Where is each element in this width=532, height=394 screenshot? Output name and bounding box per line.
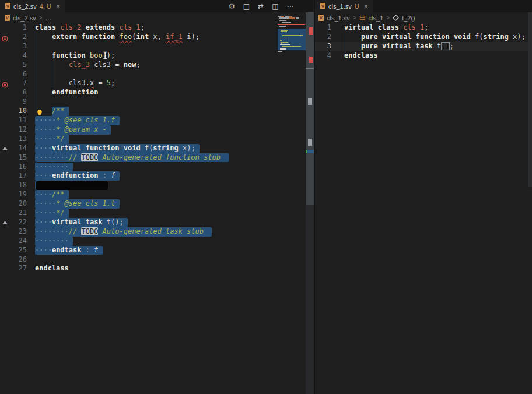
line-number[interactable]: 5 [10,61,27,70]
code-line[interactable]: pure virtual task t(); [344,42,454,51]
selection-mark [308,98,312,105]
tab-bar-right: V cls_1.sv U × [315,0,532,12]
symbol-method-icon [393,15,399,21]
code-line[interactable]: ·····* @see cls_1.f [35,116,115,125]
error-icon [2,34,8,40]
cursor-mark [306,68,314,69]
more-actions-icon[interactable]: ⋯ [287,2,294,10]
tab-git-badge: U [355,3,359,10]
code-line[interactable]: ·····* @see cls_1.t [35,199,115,209]
chevron-right-icon: > [39,15,43,21]
editor-group-sash[interactable] [314,0,315,394]
code-line[interactable]: ····virtual function void f(string x); [35,144,195,153]
line-number[interactable]: 15 [10,153,27,163]
line-number[interactable]: 13 [10,135,27,144]
line-number[interactable]: 3 [10,42,27,51]
line-number[interactable]: 25 [10,246,27,255]
scrollbar-slider[interactable] [306,12,314,205]
tab-cls-1-sv[interactable]: V cls_1.sv U × [315,0,373,12]
code-line[interactable]: endfunction [35,88,98,97]
line-number[interactable]: 11 [10,116,27,125]
line-number[interactable]: 21 [10,209,27,218]
stop-icon[interactable]: □ [243,2,250,10]
symbol-class-icon [359,15,366,21]
line-number[interactable]: 23 [10,227,27,237]
breadcrumb-method[interactable]: t_2() [402,15,415,22]
code-line[interactable]: pure virtual function void f(string x); [344,33,526,42]
settings-gear-icon[interactable]: ⚙ [229,2,235,10]
code-line[interactable]: ····virtual task t(); [35,218,124,227]
code-line[interactable]: ·····*/ [35,209,65,218]
code-line[interactable]: ····endfunction : f [35,171,115,181]
line-number[interactable]: 2 [10,33,27,42]
line-number[interactable]: 24 [10,237,27,246]
line-number[interactable]: 7 [10,79,27,88]
breadcrumb-symbol[interactable]: … [46,15,52,22]
code-line[interactable]: ········// TODO Auto-generated task stub [35,227,204,237]
code-line[interactable]: cls3.x = 5; [35,79,115,88]
scrollbar-slider-right[interactable] [528,12,532,187]
code-line[interactable]: class cls_2 extends cls_1; [35,23,145,33]
systemverilog-file-icon: V [320,3,326,9]
line-number[interactable]: 14 [10,144,27,153]
added-mark [306,150,307,153]
line-number[interactable]: 26 [10,255,27,265]
line-number[interactable]: 10 [10,107,27,116]
line-number[interactable]: 27 [10,264,27,273]
lightbulb-icon[interactable] [36,108,43,115]
code-line[interactable]: ·····* @param x - [35,125,107,135]
breadcrumb-class[interactable]: cls_1 [369,15,384,22]
breadcrumb-file[interactable]: cls_2.sv [13,15,36,22]
breadcrumb-file[interactable]: cls_1.sv [327,15,350,22]
tab-cls-2-sv[interactable]: V cls_2.sv 4, U × [0,0,65,12]
mouse-ibeam-cursor [103,51,108,59]
code-line[interactable]: cls_3 cls3 = new; [35,61,141,70]
tab-problems-git-badge: 4, U [40,3,51,10]
code-line[interactable]: extern function foo(int x, if_1 i); [35,33,200,42]
systemverilog-file-icon: V [5,3,10,9]
line-number[interactable]: 6 [10,70,27,79]
tab-label: cls_1.sv [328,3,352,10]
line-number[interactable]: 20 [10,199,27,209]
code-line[interactable]: ····/** [35,190,65,199]
code-line[interactable]: endclass [35,264,69,273]
breadcrumb-right: V cls_1.sv > cls_1 > t_2() [318,13,415,22]
code-line[interactable]: ········ [35,163,69,172]
line-number[interactable]: 1 [315,23,331,33]
code-line[interactable]: ····endtask : t [35,246,98,255]
line-number[interactable]: 17 [10,171,27,181]
close-icon[interactable]: × [56,2,60,10]
code-line[interactable]: virtual class cls_1; [344,23,429,33]
line-number[interactable]: 16 [10,163,27,172]
systemverilog-file-icon: V [5,15,10,21]
empty-line-box [36,181,108,190]
line-number[interactable]: 12 [10,125,27,135]
split-editor-icon[interactable]: ◫ [272,2,278,10]
override-arrow-icon [2,147,8,150]
code-line[interactable]: ········// TODO Auto-generated function … [35,153,220,163]
line-number[interactable]: 18 [10,181,27,190]
error-icon [2,80,8,86]
editor-actions: ⚙ □ ⇄ ◫ ⋯ [229,0,294,12]
line-number[interactable]: 3 [315,42,331,51]
code-line[interactable]: endclass [344,51,378,61]
close-icon[interactable]: × [364,2,368,10]
line-number[interactable]: 2 [315,33,331,42]
breadcrumb-left: V cls_2.sv > … [5,13,52,22]
compare-changes-icon[interactable]: ⇄ [258,2,264,10]
chevron-right-icon: > [353,15,356,21]
line-number[interactable]: 9 [10,97,27,107]
line-number[interactable]: 1 [10,23,27,33]
minimap[interactable] [278,12,306,394]
override-arrow-icon [2,221,8,224]
line-number[interactable]: 8 [10,88,27,97]
line-number[interactable]: 4 [10,51,27,61]
error-mark [309,57,313,63]
line-number[interactable]: 22 [10,218,27,227]
code-line[interactable]: ·····*/ [35,135,65,144]
line-number[interactable]: 4 [315,51,331,61]
code-line[interactable]: ········ [35,237,69,246]
line-number[interactable]: 19 [10,190,27,199]
chevron-right-icon: > [386,15,390,21]
selection-mark [308,139,312,146]
